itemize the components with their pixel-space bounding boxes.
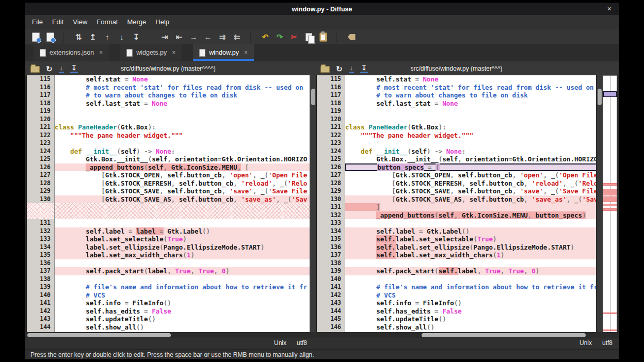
code-line[interactable]: self.last_stat = None <box>55 100 310 108</box>
right-vertical-scrollbar[interactable] <box>597 75 603 332</box>
next-difference-button[interactable]: ↓ <box>115 31 128 43</box>
code-line[interactable]: Gtk.Box.__init__(self, orientation=Gtk.O… <box>345 155 596 163</box>
code-line[interactable]: """The pane header widget.""" <box>55 131 310 140</box>
code-line[interactable]: self.updateTitle() <box>345 315 596 323</box>
code-line[interactable]: def __init__(self) -> None: <box>55 147 310 156</box>
save-file-icon[interactable]: ↓ <box>59 64 65 73</box>
tab-close-icon[interactable]: × <box>244 49 248 56</box>
realign-button[interactable]: ⇅ <box>72 31 85 43</box>
code-line[interactable]: self.pack_start(self.label, True, True, … <box>345 267 596 275</box>
code-line[interactable] <box>345 219 596 227</box>
code-line[interactable]: self.stat = None <box>55 75 310 84</box>
code-line[interactable]: _append_buttons(self, Gtk.IconSize.MENU,… <box>345 211 596 220</box>
redo-button[interactable]: ↷ <box>273 31 286 43</box>
code-line[interactable]: self.label = label = Gtk.Label() <box>55 227 310 236</box>
code-line[interactable]: # file's name and information about how … <box>55 283 310 291</box>
code-line[interactable]: def __init__(self) -> None: <box>345 147 596 156</box>
close-window-icon[interactable]: × <box>607 5 611 13</box>
previous-difference-button[interactable]: ↑ <box>101 31 114 43</box>
code-line[interactable] <box>345 275 596 284</box>
code-line[interactable]: # VCS <box>55 291 310 300</box>
code-line[interactable]: # most recent 'stat' for files read from… <box>55 84 310 92</box>
code-line[interactable]: label.set_ellipsize(Pango.EllipsizeMode.… <box>55 243 310 252</box>
title-bar[interactable]: window.py - Diffuse × <box>25 3 619 15</box>
code-line[interactable]: self.has_edits = False <box>55 307 310 316</box>
code-line[interactable]: """The pane header widget.""" <box>345 131 596 140</box>
left-horizontal-scrollbar[interactable] <box>26 333 316 338</box>
code-line[interactable]: self.show_all() <box>345 323 596 332</box>
code-line[interactable]: self.show_all() <box>55 323 310 332</box>
menu-item-view[interactable]: View <box>68 16 92 28</box>
copy-selection-right-button[interactable]: ⇥ <box>158 31 171 43</box>
code-line[interactable]: [Gtk.STOCK_REFRESH, self.button_cb, 'rel… <box>345 179 596 188</box>
code-line[interactable]: self.label.set_ellipsize(Pango.Ellipsize… <box>345 243 596 252</box>
copy-right-into-selection-button[interactable]: → <box>187 31 200 43</box>
reload-file-icon[interactable]: ↻ <box>46 65 53 73</box>
clear-edits-button[interactable] <box>345 31 358 43</box>
tab-extensions-json[interactable]: extensions.json× <box>34 44 109 61</box>
menu-item-help[interactable]: Help <box>151 16 174 28</box>
code-line[interactable] <box>345 116 596 124</box>
left-vertical-scrollbar[interactable] <box>310 75 316 332</box>
cut-button[interactable]: ✂ <box>287 31 301 43</box>
code-line[interactable] <box>55 259 310 268</box>
left-vertical-scrollbar-thumb[interactable] <box>311 89 315 105</box>
code-line[interactable]: [Gtk.STOCK_SAVE, self.button_cb, 'save',… <box>55 187 310 195</box>
right-horizontal-scrollbar-thumb[interactable] <box>422 333 586 337</box>
tab-window-py[interactable]: window.py× <box>193 44 254 61</box>
save-file-as-icon[interactable]: ↧ <box>360 64 368 73</box>
code-line[interactable]: label.set_selectable(True) <box>55 235 310 243</box>
code-line[interactable]: # most recent 'stat' for files read from… <box>345 84 596 92</box>
merge-from-right-button[interactable]: ⇇ <box>230 31 244 43</box>
code-line[interactable] <box>55 219 310 227</box>
menu-item-merge[interactable]: Merge <box>122 16 151 28</box>
right-horizontal-scrollbar[interactable] <box>316 333 597 338</box>
right-vertical-scrollbar-thumb[interactable] <box>598 89 602 105</box>
code-line[interactable] <box>345 139 596 147</box>
new-3way-merge-button[interactable] <box>43 31 57 43</box>
diff-overview-map[interactable] <box>603 75 617 339</box>
tab-close-icon[interactable]: × <box>99 49 103 56</box>
code-line[interactable]: label.set_max_width_chars(1) <box>55 251 310 259</box>
code-line[interactable]: [Gtk.STOCK_SAVE, self.button_cb, 'save',… <box>345 187 596 195</box>
selected-code-line[interactable]: button_specs = [ <box>345 163 596 172</box>
menu-item-format[interactable]: Format <box>92 16 122 28</box>
undo-button[interactable]: ↶ <box>259 31 272 43</box>
code-line[interactable]: [Gtk.STOCK_OPEN, self.button_cb, 'open',… <box>345 171 596 179</box>
code-line[interactable]: [Gtk.STOCK_REFRESH, self.button_cb, 'rel… <box>55 179 310 188</box>
code-line[interactable]: self.updateTitle() <box>55 315 310 323</box>
open-file-icon[interactable] <box>30 66 40 73</box>
code-line[interactable]: [Gtk.STOCK_SAVE_AS, self.button_cb, 'sav… <box>55 195 310 204</box>
code-line[interactable]: self.label.set_selectable(True) <box>345 235 596 243</box>
open-file-icon[interactable] <box>320 66 330 73</box>
code-line[interactable]: self.stat = None <box>345 75 596 84</box>
code-line[interactable] <box>55 139 310 147</box>
tab-close-icon[interactable]: × <box>172 49 175 56</box>
paste-button[interactable] <box>316 31 330 43</box>
code-line[interactable]: _append_buttons(self, Gtk.IconSize.MENU,… <box>55 163 310 172</box>
last-difference-button[interactable]: ↧ <box>130 31 143 43</box>
code-line[interactable]: self.pack_start(label, True, True, 0) <box>55 267 310 275</box>
code-line[interactable]: [Gtk.STOCK_OPEN, self.button_cb, 'open',… <box>55 171 310 179</box>
code-line[interactable] <box>55 275 310 284</box>
code-line[interactable] <box>55 116 310 124</box>
code-line[interactable] <box>345 259 596 268</box>
code-line[interactable]: self.last_stat = None <box>345 100 596 108</box>
code-line[interactable] <box>345 107 596 116</box>
merge-from-left-button[interactable]: ⇉ <box>216 31 229 43</box>
save-file-as-icon[interactable]: ↧ <box>70 64 78 73</box>
new-2way-merge-button[interactable] <box>29 31 42 43</box>
left-code-pane[interactable]: self.stat = None # most recent 'stat' fo… <box>55 75 310 332</box>
code-line[interactable]: self.label.set_max_width_chars(1) <box>345 251 596 259</box>
copy-selection-left-button[interactable]: ⇤ <box>172 31 186 43</box>
reload-file-icon[interactable]: ↻ <box>336 65 343 73</box>
code-line[interactable]: class PaneHeader(Gtk.Box): <box>55 123 310 131</box>
code-line[interactable]: # to warn about changes to file on disk <box>345 91 596 100</box>
code-line[interactable]: ] <box>345 203 596 211</box>
copy-left-into-selection-button[interactable]: ← <box>201 31 215 43</box>
code-line[interactable]: # to warn about changes to file on disk <box>55 91 310 100</box>
right-code-pane[interactable]: self.stat = None # most recent 'stat' fo… <box>345 75 597 332</box>
tab-widgets-py[interactable]: widgets.py× <box>120 44 182 61</box>
code-line[interactable]: self.info = FileInfo() <box>55 299 310 307</box>
menu-item-file[interactable]: File <box>27 16 47 28</box>
